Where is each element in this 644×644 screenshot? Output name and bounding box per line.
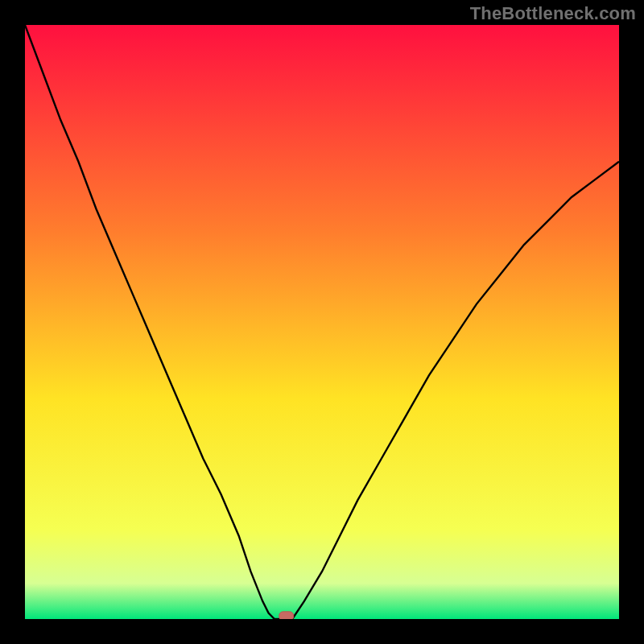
plot-area (25, 25, 619, 619)
chart-frame: TheBottleneck.com (0, 0, 644, 644)
chart-svg (25, 25, 619, 619)
gradient-background (25, 25, 619, 619)
watermark-text: TheBottleneck.com (470, 3, 636, 24)
optimum-marker (279, 612, 294, 619)
